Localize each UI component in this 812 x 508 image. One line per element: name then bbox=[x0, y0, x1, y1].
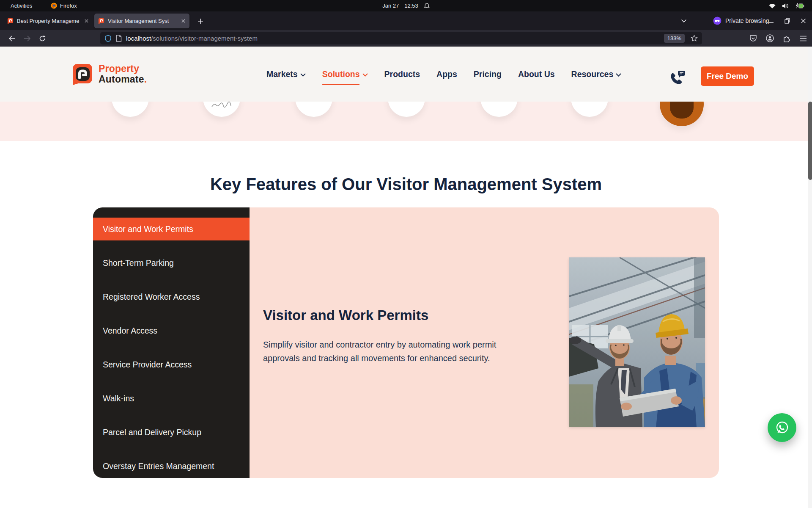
menu-hamburger-icon[interactable] bbox=[799, 36, 807, 41]
browser-toolbar: localhost/solutions/visitor-management-s… bbox=[0, 30, 812, 47]
system-top-bar: Activities Firefox Jan 27 12:53 bbox=[0, 0, 812, 11]
property-automate-logo-icon bbox=[71, 63, 93, 86]
private-browsing-label: Private browsing bbox=[725, 17, 769, 24]
forward-button[interactable] bbox=[21, 33, 33, 44]
notification-bell-icon bbox=[424, 3, 430, 9]
private-browsing-indicator: Private browsing bbox=[713, 11, 769, 30]
nav-item-label: Apps bbox=[436, 69, 457, 79]
page-scrollbar-track[interactable] bbox=[808, 47, 812, 508]
extensions-puzzle-icon[interactable] bbox=[783, 35, 790, 42]
nav-item-about-us[interactable]: About Us bbox=[518, 67, 555, 82]
contact-phone-icon[interactable] bbox=[669, 69, 686, 86]
nav-item-label: Markets bbox=[266, 69, 298, 79]
brand-wordmark: Property Automate. bbox=[99, 63, 147, 86]
desktop-screen: Activities Firefox Jan 27 12:53 bbox=[0, 0, 812, 508]
url-text: localhost/solutions/visitor-management-s… bbox=[126, 35, 258, 42]
feature-label: Vendor Access bbox=[103, 326, 157, 336]
feature-tab-overstay-entries-management[interactable]: Overstay Entries Management bbox=[93, 455, 250, 478]
feature-label: Overstay Entries Management bbox=[103, 461, 214, 471]
partner-logo-circle bbox=[571, 102, 608, 117]
nav-item-label: Products bbox=[384, 69, 420, 79]
system-status-area[interactable] bbox=[768, 0, 804, 11]
nav-item-solutions[interactable]: Solutions bbox=[322, 67, 368, 82]
browser-tab-bar: Best Property Manageme Visitor Managemen… bbox=[0, 11, 812, 30]
volume-icon bbox=[782, 3, 789, 9]
zoom-level-badge[interactable]: 133% bbox=[664, 34, 685, 43]
nav-item-label: Resources bbox=[571, 69, 614, 79]
feature-tab-short-term-parking[interactable]: Short-Term Parking bbox=[93, 251, 250, 274]
reload-button[interactable] bbox=[36, 33, 48, 44]
clock-time: 12:53 bbox=[404, 3, 418, 9]
chevron-down-icon bbox=[681, 19, 687, 23]
tab-close-icon[interactable] bbox=[181, 19, 186, 23]
feature-tab-service-provider-access[interactable]: Service Provider Access bbox=[93, 353, 250, 376]
clock-date: Jan 27 bbox=[382, 3, 399, 9]
feature-label: Visitor and Work Permits bbox=[103, 224, 193, 234]
whatsapp-icon bbox=[774, 419, 790, 436]
whatsapp-chat-button[interactable] bbox=[768, 413, 796, 442]
web-page: Property Automate. MarketsSolutionsProdu… bbox=[0, 47, 812, 508]
section-title: Key Features of Our Visitor Management S… bbox=[0, 174, 812, 194]
window-controls bbox=[765, 11, 809, 30]
chevron-down-icon bbox=[362, 73, 368, 77]
partner-logo-circle bbox=[295, 102, 332, 117]
focused-app-label: Firefox bbox=[60, 3, 77, 9]
main-nav: MarketsSolutionsProductsAppsPricingAbout… bbox=[266, 47, 621, 102]
activities-button[interactable]: Activities bbox=[11, 0, 32, 11]
tab-title: Best Property Manageme bbox=[17, 18, 81, 24]
site-header: Property Automate. MarketsSolutionsProdu… bbox=[0, 47, 812, 102]
nav-item-pricing[interactable]: Pricing bbox=[474, 67, 502, 82]
tracking-protection-shield-icon[interactable] bbox=[104, 35, 112, 42]
pocket-icon[interactable] bbox=[749, 35, 757, 42]
nav-item-products[interactable]: Products bbox=[384, 67, 420, 82]
partner-logo-circle bbox=[203, 102, 240, 117]
feature-tab-vendor-access[interactable]: Vendor Access bbox=[93, 319, 250, 342]
page-info-icon[interactable] bbox=[116, 35, 122, 42]
account-icon[interactable] bbox=[766, 34, 774, 42]
tab-visitor-management-system[interactable]: Visitor Management Syst bbox=[94, 14, 189, 28]
feature-tab-walk-ins[interactable]: Walk-ins bbox=[93, 387, 250, 410]
list-all-tabs-button[interactable] bbox=[678, 15, 690, 27]
site-favicon bbox=[98, 18, 104, 24]
nav-item-markets[interactable]: Markets bbox=[266, 67, 306, 82]
feature-tab-visitor-and-work-permits[interactable]: Visitor and Work Permits bbox=[93, 218, 250, 240]
chevron-down-icon bbox=[300, 73, 306, 77]
feature-label: Parcel and Delivery Pickup bbox=[103, 428, 201, 437]
toolbar-extensions-area bbox=[749, 30, 807, 47]
partner-logo-circle bbox=[480, 102, 518, 117]
tab-close-icon[interactable] bbox=[84, 19, 89, 23]
scrollbar-thumb[interactable] bbox=[808, 102, 812, 180]
feature-label: Service Provider Access bbox=[103, 360, 192, 370]
new-tab-button[interactable] bbox=[194, 15, 206, 27]
close-window-button[interactable] bbox=[798, 15, 809, 26]
feature-detail-panel: Visitor and Work Permits Simplify visito… bbox=[250, 207, 719, 478]
partner-logo-glyph bbox=[670, 102, 694, 119]
partner-logo-circle bbox=[112, 102, 149, 117]
nav-item-label: Pricing bbox=[474, 69, 502, 79]
feature-label: Registered Worker Access bbox=[103, 292, 200, 302]
feature-tab-registered-worker-access[interactable]: Registered Worker Access bbox=[93, 285, 250, 308]
nav-item-apps[interactable]: Apps bbox=[436, 67, 457, 82]
site-logo[interactable]: Property Automate. bbox=[71, 63, 147, 86]
feature-tab-parcel-and-delivery-pickup[interactable]: Parcel and Delivery Pickup bbox=[93, 421, 250, 444]
minimize-button[interactable] bbox=[765, 15, 776, 26]
feature-detail-description: Simplify visitor and contractor entry by… bbox=[263, 338, 534, 365]
private-mask-icon bbox=[713, 17, 721, 25]
clock-menu[interactable]: Jan 27 12:53 bbox=[382, 0, 430, 11]
feature-photo bbox=[569, 257, 705, 427]
feature-section: Visitor and Work Permits Short-Term Park… bbox=[93, 207, 719, 478]
free-demo-button[interactable]: Free Demo bbox=[701, 66, 754, 86]
restore-button[interactable] bbox=[782, 15, 793, 26]
url-bar[interactable]: localhost/solutions/visitor-management-s… bbox=[100, 32, 702, 44]
bookmark-star-icon[interactable] bbox=[691, 35, 698, 42]
nav-item-resources[interactable]: Resources bbox=[571, 67, 622, 82]
back-button[interactable] bbox=[6, 33, 18, 44]
plus-icon bbox=[198, 18, 203, 24]
partner-logo-circle-orange bbox=[660, 102, 704, 126]
focused-app-menu[interactable]: Firefox bbox=[51, 0, 77, 11]
tab-best-property-management[interactable]: Best Property Manageme bbox=[3, 14, 93, 28]
tab-title: Visitor Management Syst bbox=[108, 18, 178, 24]
feature-list: Visitor and Work Permits Short-Term Park… bbox=[93, 207, 250, 478]
partner-logo-circle bbox=[388, 102, 425, 117]
site-favicon bbox=[7, 18, 14, 24]
